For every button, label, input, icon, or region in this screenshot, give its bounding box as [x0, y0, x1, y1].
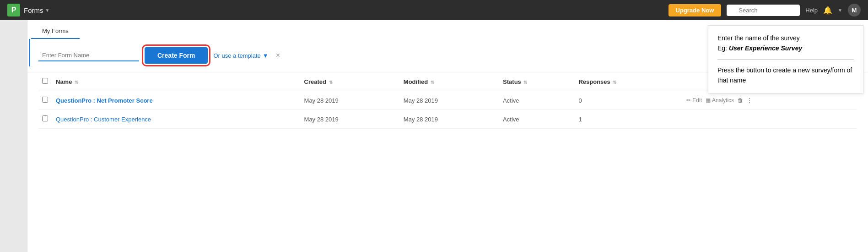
close-button[interactable]: ×	[276, 51, 280, 60]
top-nav: P Forms ▼ Upgrade Now 🔍 Help 🔔 ▼ M	[0, 0, 868, 20]
tooltip-line1: Enter the name of the survey	[717, 33, 854, 43]
delete-button[interactable]: 🗑	[738, 97, 743, 104]
header-responses: Responses ⇅	[575, 72, 683, 91]
row-checkbox	[38, 110, 52, 129]
search-wrapper: 🔍	[727, 5, 800, 16]
sidebar	[0, 20, 27, 252]
more-options-button[interactable]: ⋮	[747, 97, 752, 104]
header-checkbox-col	[38, 72, 52, 91]
search-input[interactable]	[727, 5, 800, 16]
row-select-checkbox[interactable]	[42, 97, 48, 103]
form-name-input[interactable]	[38, 50, 139, 61]
tooltip-box: Enter the name of the survey Eg: User Ex…	[708, 25, 863, 93]
row-responses: 1	[575, 110, 683, 129]
logo: P	[7, 4, 20, 16]
create-form-row: Create Form Or use a template ▼ × Enter …	[27, 39, 868, 72]
tooltip-line2: Eg: User Experience Survey	[717, 43, 854, 53]
create-form-button[interactable]: Create Form	[145, 47, 208, 64]
nav-left: P Forms ▼	[7, 4, 49, 16]
edit-button[interactable]: ✏ Edit	[686, 97, 702, 104]
pencil-icon: ✏	[686, 97, 691, 104]
sort-icon: ⇅	[75, 80, 78, 85]
avatar[interactable]: M	[848, 4, 861, 16]
row-modified: May 28 2019	[400, 110, 499, 129]
my-forms-label: My Forms	[42, 27, 69, 38]
row-modified: May 28 2019	[400, 91, 499, 110]
analytics-label: Analytics	[712, 97, 734, 104]
tooltip-divider	[717, 59, 854, 60]
dropdown-arrow-icon: ▼	[263, 52, 269, 59]
upgrade-now-button[interactable]: Upgrade Now	[669, 4, 722, 16]
sort-icon: ⇅	[431, 80, 434, 85]
table-row: QuestionPro : Customer Experience May 28…	[38, 110, 857, 129]
select-all-checkbox[interactable]	[42, 78, 48, 84]
row-select-checkbox[interactable]	[42, 115, 48, 121]
row-status: Active	[499, 110, 575, 129]
header-name: Name ⇅	[52, 72, 301, 91]
row-actions: ✏ Edit ▦ Analytics 🗑 ⋮	[686, 97, 853, 104]
header-created: Created ⇅	[301, 72, 400, 91]
use-template-button[interactable]: Or use a template ▼	[213, 52, 268, 59]
row-name[interactable]: QuestionPro : Net Promoter Score	[52, 91, 301, 110]
tooltip-line3: Press the button to create a new survey/…	[717, 65, 854, 86]
main-container: My Forms Create Form Or use a template ▼…	[0, 20, 868, 252]
header-status: Status ⇅	[499, 72, 575, 91]
my-forms-tab[interactable]: My Forms	[31, 20, 80, 39]
row-created: May 28 2019	[301, 110, 400, 129]
chevron-down-icon: ▼	[45, 8, 50, 13]
analytics-button[interactable]: ▦ Analytics	[706, 97, 734, 104]
forms-label: Forms	[24, 6, 43, 14]
sort-icon: ⇅	[523, 80, 527, 85]
chevron-bell-icon: ▼	[838, 8, 842, 13]
notification-bell-icon[interactable]: 🔔	[823, 6, 832, 15]
sort-icon: ⇅	[329, 80, 333, 85]
row-status: Active	[499, 91, 575, 110]
content-area: My Forms Create Form Or use a template ▼…	[27, 20, 868, 252]
bar-chart-icon: ▦	[706, 97, 711, 104]
row-checkbox	[38, 91, 52, 110]
forms-menu[interactable]: Forms ▼	[24, 6, 49, 14]
table-body: QuestionPro : Net Promoter Score May 28 …	[38, 91, 857, 129]
template-label: Or use a template	[213, 52, 260, 59]
help-link[interactable]: Help	[805, 7, 818, 14]
edit-label: Edit	[692, 97, 702, 104]
nav-right: Upgrade Now 🔍 Help 🔔 ▼ M	[669, 4, 861, 16]
row-responses: 0	[575, 91, 683, 110]
row-actions-cell-empty	[683, 110, 857, 129]
sort-icon: ⇅	[613, 80, 616, 85]
row-name[interactable]: QuestionPro : Customer Experience	[52, 110, 301, 129]
header-modified: Modified ⇅	[400, 72, 499, 91]
row-actions-cell: ✏ Edit ▦ Analytics 🗑 ⋮	[683, 91, 857, 110]
row-created: May 28 2019	[301, 91, 400, 110]
table-row: QuestionPro : Net Promoter Score May 28 …	[38, 91, 857, 110]
